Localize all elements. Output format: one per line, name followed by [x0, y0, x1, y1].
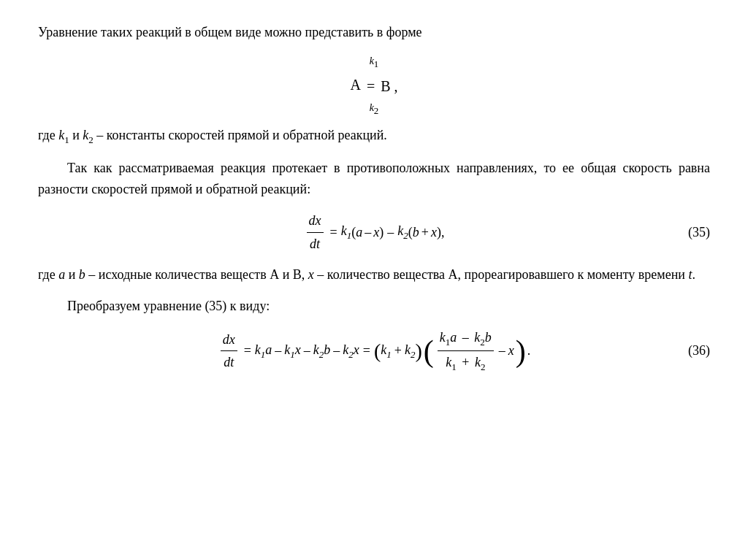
eq36-k1a: k1a	[255, 340, 272, 362]
eq36-minus2: –	[304, 340, 310, 361]
eq36-equals-2: =	[363, 340, 370, 361]
big-paren-close-2: )	[516, 336, 526, 367]
k2-term: k2	[397, 220, 408, 243]
paragraph-4: где a и b – исходные количества веществ …	[38, 264, 710, 285]
a-term: a	[356, 222, 362, 243]
paragraph-2: где k1 и k2 – константы скоростей прямой…	[38, 125, 710, 147]
minus-2: –	[387, 222, 394, 243]
minus-1: –	[365, 222, 371, 243]
equals-sign: =	[367, 74, 375, 98]
k1-term: k1	[341, 220, 352, 243]
dt-denominator: dt	[308, 233, 322, 255]
close-paren-1: )	[379, 222, 383, 243]
b-term: b	[413, 222, 419, 243]
reaction-equation: k1 А = В , k2	[38, 53, 710, 119]
reaction-line: А = В ,	[350, 73, 397, 99]
eq36-k1-sum: k1	[381, 340, 392, 362]
big-paren-open-1: (	[374, 341, 381, 361]
eq36-k2-sum: k2	[405, 340, 416, 362]
eq36-k2b: k2b	[313, 340, 331, 362]
paragraph-3: Так как рассматриваемая реакция протекае…	[38, 158, 710, 200]
k2-label: k2	[370, 100, 379, 119]
equation-36-content: dx dt = k1a – k1x – k2b – k2x = ( k1 + k…	[218, 327, 531, 375]
equation-35-number: (35)	[688, 222, 710, 243]
dx-dt-fraction: dx dt	[307, 210, 324, 255]
x-term-2: x	[431, 222, 437, 243]
eq36-equals-1: =	[244, 340, 251, 361]
eq36-fraction: k1a – k2b k1 + k2	[438, 327, 494, 375]
equation-36-block: dx dt = k1a – k1x – k2b – k2x = ( k1 + k…	[38, 327, 710, 375]
equation-35-content: dx dt = k1 ( a – x ) – k2 ( b + x ) ,	[304, 210, 445, 255]
dx-numerator: dx	[307, 210, 324, 233]
paragraph-1: Уравнение таких реакций в общем виде мож…	[38, 22, 710, 43]
k1-label: k1	[370, 53, 379, 72]
eq36-minus4: –	[499, 340, 505, 361]
equation-36-number: (36)	[688, 340, 710, 361]
equation-35-block: dx dt = k1 ( a – x ) – k2 ( b + x ) , (3…	[38, 210, 710, 255]
dx-dt-fraction-36: dx dt	[221, 329, 237, 374]
big-paren-open-2: (	[424, 336, 434, 367]
big-paren-close-1: )	[415, 341, 421, 361]
eq35-equals: =	[330, 222, 337, 243]
eq36-plus-1: +	[394, 340, 402, 361]
comma-1: ,	[441, 222, 445, 243]
eq36-k1x: k1x	[284, 340, 301, 362]
product-B: В ,	[381, 74, 397, 98]
x-term-1: x	[373, 222, 379, 243]
eq36-x-final: x	[508, 340, 514, 361]
reactant-A: А	[350, 73, 360, 99]
eq36-minus3: –	[333, 340, 340, 361]
eq36-dot: .	[527, 340, 531, 361]
eq36-k2x: k2x	[343, 340, 359, 362]
eq36-minus1: –	[275, 340, 281, 361]
main-content: Уравнение таких реакций в общем виде мож…	[38, 22, 710, 375]
paragraph-5: Преобразуем уравнение (35) к виду:	[38, 296, 710, 317]
plus-1: +	[421, 222, 429, 243]
